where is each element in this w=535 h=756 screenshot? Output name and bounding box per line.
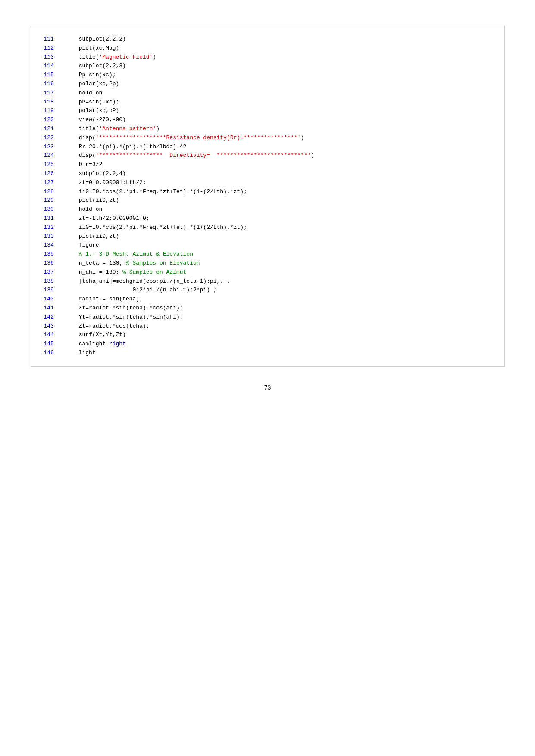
code-token-normal: ) (156, 125, 160, 134)
code-line: 141 Xt=radiot.*sin(teha).*cos(ahi); (44, 304, 491, 313)
code-token-normal: Zt=radiot.*cos(teha); (66, 322, 150, 331)
code-line: 125 Dir=3/2 (44, 160, 491, 169)
code-line: 146 light (44, 349, 491, 358)
code-line: 121 title('Antenna pattern') (44, 125, 491, 134)
code-line: 139 0:2*pi./(n_ahi-1):2*pi) ; (44, 286, 491, 295)
code-token-normal: pP=sin(-xc); (66, 98, 119, 107)
code-line: 136 n_teta = 130; % Samples on Elevation (44, 259, 491, 268)
code-token-comment: % Samples on Elevation (126, 259, 200, 268)
code-token-normal: disp( (66, 151, 96, 160)
line-number: 126 (44, 169, 66, 178)
page-number: 73 (31, 384, 505, 391)
code-token-string: '********************Resistance density(… (96, 134, 301, 143)
code-line: 140 radiot = sin(teha); (44, 295, 491, 304)
code-token-normal: zt=0:0.000001:Lth/2; (66, 178, 146, 187)
code-line: 116 polar(xc,Pp) (44, 80, 491, 89)
line-number: 142 (44, 313, 66, 322)
line-number: 119 (44, 106, 66, 116)
code-line: 129 plot(ii0,zt) (44, 196, 491, 205)
code-token-string: '******************* Directivity= ******… (96, 151, 311, 160)
code-token-normal: zt=-Lth/2:0.000001:0; (66, 214, 150, 223)
code-token-string: 'Antenna pattern' (99, 125, 156, 134)
line-number: 125 (44, 160, 66, 169)
code-token-normal (66, 250, 79, 259)
code-line: 143 Zt=radiot.*cos(teha); (44, 322, 491, 331)
code-token-normal: disp( (66, 134, 96, 143)
code-token-normal: Pp=sin(xc); (66, 71, 116, 80)
page-container: 111 subplot(2,2,2)112 plot(xc,Mag)113 ti… (31, 17, 505, 400)
code-token-normal: Rr=20.*(pi).*(pi).*(Lth/lbda).^2 (66, 143, 187, 152)
code-line: 122 disp('********************Resistance… (44, 134, 491, 143)
line-number: 114 (44, 62, 66, 71)
code-line: 135 % 1.- 3-D Mesh: Azimut & Elevation (44, 250, 491, 259)
code-lines-container: 111 subplot(2,2,2)112 plot(xc,Mag)113 ti… (44, 35, 491, 358)
code-token-normal: [teha,ahi]=meshgrid(eps:pi./(n_teta-1):p… (66, 277, 230, 286)
code-line: 126 subplot(2,2,4) (44, 169, 491, 178)
line-number: 130 (44, 205, 66, 214)
line-number: 133 (44, 232, 66, 241)
code-token-normal: subplot(2,2,3) (66, 62, 126, 71)
code-token-normal: camlight (66, 340, 109, 349)
line-number: 120 (44, 116, 66, 125)
code-line: 144 surf(Xt,Yt,Zt) (44, 331, 491, 340)
code-line: 132 ii0=I0.*cos(2.*pi.*Freq.*zt+Tet).*(1… (44, 223, 491, 232)
code-line: 114 subplot(2,2,3) (44, 62, 491, 71)
code-line: 145 camlight right (44, 340, 491, 349)
code-line: 131 zt=-Lth/2:0.000001:0; (44, 214, 491, 223)
code-token-normal: n_ahi = 130; (66, 268, 123, 277)
code-token-normal: polar(xc,pP) (66, 106, 119, 116)
code-line: 123 Rr=20.*(pi).*(pi).*(Lth/lbda).^2 (44, 143, 491, 152)
line-number: 112 (44, 44, 66, 53)
code-token-normal: ii0=I0.*cos(2.*pi.*Freq.*zt+Tet).*(1-(2/… (66, 187, 247, 197)
code-token-normal: ) (301, 134, 304, 143)
code-line: 127 zt=0:0.000001:Lth/2; (44, 178, 491, 187)
line-number: 128 (44, 187, 66, 197)
code-line: 115 Pp=sin(xc); (44, 71, 491, 80)
line-number: 143 (44, 322, 66, 331)
line-number: 131 (44, 214, 66, 223)
code-token-normal: ) (311, 151, 314, 160)
code-token-normal: hold on (66, 89, 103, 98)
code-token-normal: hold on (66, 205, 103, 214)
line-number: 111 (44, 35, 66, 44)
code-line: 137 n_ahi = 130; % Samples on Azimut (44, 268, 491, 277)
code-token-string: 'Magnetic Field' (99, 53, 153, 62)
code-line: 118 pP=sin(-xc); (44, 98, 491, 107)
line-number: 145 (44, 340, 66, 349)
line-number: 144 (44, 331, 66, 340)
code-line: 113 title('Magnetic Field') (44, 53, 491, 62)
code-token-normal: plot(ii0,zt) (66, 232, 119, 241)
code-token-normal: Xt=radiot.*sin(teha).*cos(ahi); (66, 304, 183, 313)
line-number: 138 (44, 277, 66, 286)
code-block: 111 subplot(2,2,2)112 plot(xc,Mag)113 ti… (31, 26, 505, 367)
line-number: 141 (44, 304, 66, 313)
line-number: 146 (44, 349, 66, 358)
code-line: 142 Yt=radiot.*sin(teha).*sin(ahi); (44, 313, 491, 322)
code-token-normal: title( (66, 53, 99, 62)
code-token-normal: ii0=I0.*cos(2.*pi.*Freq.*zt+Tet).*(1+(2/… (66, 223, 247, 232)
code-token-normal: ) (153, 53, 156, 62)
line-number: 121 (44, 125, 66, 134)
code-line: 119 polar(xc,pP) (44, 106, 491, 116)
code-token-normal: Yt=radiot.*sin(teha).*sin(ahi); (66, 313, 183, 322)
code-token-normal: view(-270,-90) (66, 116, 126, 125)
code-token-normal: polar(xc,Pp) (66, 80, 119, 89)
code-token-normal: surf(Xt,Yt,Zt) (66, 331, 126, 340)
code-line: 130 hold on (44, 205, 491, 214)
code-token-normal: Dir=3/2 (66, 160, 103, 169)
code-token-normal: title( (66, 125, 99, 134)
code-token-normal: plot(ii0,zt) (66, 196, 119, 205)
code-token-comment: % 1.- 3-D Mesh: Azimut & Elevation (79, 250, 193, 259)
code-line: 128 ii0=I0.*cos(2.*pi.*Freq.*zt+Tet).*(1… (44, 187, 491, 197)
code-line: 117 hold on (44, 89, 491, 98)
code-line: 134 figure (44, 241, 491, 250)
code-line: 112 plot(xc,Mag) (44, 44, 491, 53)
line-number: 134 (44, 241, 66, 250)
code-line: 120 view(-270,-90) (44, 116, 491, 125)
code-token-normal: 0:2*pi./(n_ahi-1):2*pi) ; (66, 286, 217, 295)
code-line: 133 plot(ii0,zt) (44, 232, 491, 241)
line-number: 117 (44, 89, 66, 98)
code-token-builtin: right (109, 340, 126, 349)
line-number: 115 (44, 71, 66, 80)
code-line: 124 disp('******************* Directivit… (44, 151, 491, 160)
